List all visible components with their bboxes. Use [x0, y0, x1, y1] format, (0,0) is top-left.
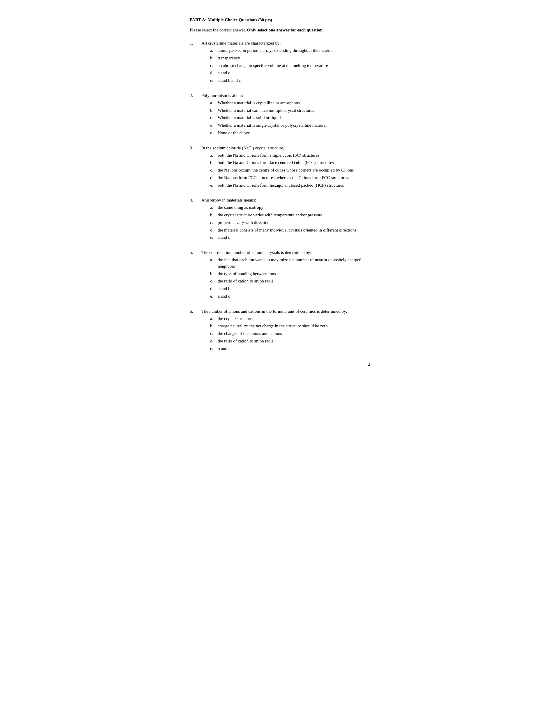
instructions-text: Please select the correct answer. — [190, 28, 247, 32]
question-item-6: 6.The number of anions and cations in th… — [190, 309, 370, 353]
answer-letter-1-5: e. — [210, 77, 216, 84]
answer-text-6-5: b and c — [218, 346, 370, 352]
question-content-2: Polymorphism is about:a.Whether a materi… — [202, 93, 370, 137]
answer-letter-2-1: a. — [210, 100, 216, 106]
part-header: PART A: Multiple Choice Questions (30 pt… — [190, 17, 370, 22]
question-number-1: 1. — [190, 41, 202, 85]
question-number-4: 4. — [190, 198, 202, 242]
answer-text-1-4: a and c — [218, 70, 370, 76]
answer-text-5-5: a and c — [218, 293, 370, 300]
answer-item-4-1: a.the same thing as isotropy — [210, 204, 370, 211]
question-item-5: 5.The coordination number of ceramic cry… — [190, 250, 370, 301]
answer-text-1-1: atoms packed in periodic arrays extendin… — [218, 47, 370, 54]
instructions: Please select the correct answer. Only s… — [190, 28, 370, 33]
answer-text-4-4: the material consists of many individual… — [218, 227, 370, 234]
answer-text-3-4: the Na ions form FCC structures, whereas… — [218, 175, 370, 181]
question-content-5: The coordination number of ceramic cryst… — [202, 250, 370, 301]
answer-letter-6-2: b. — [210, 323, 216, 329]
answer-text-2-5: None of the above — [218, 130, 370, 136]
answer-item-4-3: c.properties vary with direction — [210, 220, 370, 226]
answer-letter-6-3: c. — [210, 331, 216, 337]
answer-item-2-1: a.Whether a material is crystalline or a… — [210, 100, 370, 106]
answer-text-5-1: the fact that each ion wants to maximize… — [218, 257, 370, 270]
answer-text-6-1: the crystal structure — [218, 316, 370, 322]
answer-item-3-5: e.both the Na and Cl ions form hexagonal… — [210, 182, 370, 189]
answer-letter-2-2: b. — [210, 107, 216, 114]
question-item-3: 3.In the sodium chloride (NaCl) crystal … — [190, 146, 370, 190]
answer-item-4-4: d.the material consists of many individu… — [210, 227, 370, 234]
answer-item-1-4: d.a and c — [210, 70, 370, 76]
answer-letter-1-2: b. — [210, 55, 216, 61]
answer-letter-2-4: d. — [210, 122, 216, 129]
answer-text-2-3: Whether a material is solid or liquid — [218, 115, 370, 121]
answer-item-6-4: d.the ratio of cation to anion radii — [210, 338, 370, 344]
page-number: 2 — [368, 362, 370, 367]
answer-text-1-5: a and b and c — [218, 77, 370, 84]
answer-text-4-5: a and c — [218, 234, 370, 241]
answer-item-6-3: c.the charges of the anions and cations — [210, 331, 370, 337]
answer-text-5-3: the ratio of cation to anion radii — [218, 278, 370, 285]
question-text-5: The coordination number of ceramic cryst… — [202, 250, 370, 255]
answers-list-3: a.both the Na and Cl ions form simple cu… — [210, 152, 370, 189]
answer-item-3-2: b.both the Na and Cl ions form face cent… — [210, 160, 370, 166]
answer-item-5-3: c.the ratio of cation to anion radii — [210, 278, 370, 285]
instructions-bold: Only select one answer for each question… — [247, 28, 324, 32]
answer-letter-4-3: c. — [210, 220, 216, 226]
question-number-5: 5. — [190, 250, 202, 301]
answer-letter-3-4: d. — [210, 175, 216, 181]
answer-text-1-2: transparency — [218, 55, 370, 61]
answer-letter-3-1: a. — [210, 152, 216, 159]
answer-item-3-3: c.the Na ions occupy the centre of cubes… — [210, 167, 370, 174]
question-content-4: Anisotropy in materials means:a.the same… — [202, 198, 370, 242]
question-item-2: 2.Polymorphism is about:a.Whether a mate… — [190, 93, 370, 137]
question-text-1: All crystalline materials are characteri… — [202, 41, 370, 46]
answer-text-2-2: Whether a material can have multiple cry… — [218, 107, 370, 114]
question-number-6: 6. — [190, 309, 202, 353]
answer-text-4-3: properties vary with direction — [218, 220, 370, 226]
answers-list-1: a.atoms packed in periodic arrays extend… — [210, 47, 370, 84]
answer-text-6-2: charge neutrality: the net charge in the… — [218, 323, 370, 329]
answer-item-3-1: a.both the Na and Cl ions form simple cu… — [210, 152, 370, 159]
answer-letter-1-1: a. — [210, 47, 216, 54]
answer-item-5-4: d.a and b — [210, 286, 370, 292]
answer-item-4-2: b.the crystal structure varies with temp… — [210, 212, 370, 218]
answer-item-1-3: c.an abrupt change in specific volume at… — [210, 63, 370, 69]
question-number-2: 2. — [190, 93, 202, 137]
answer-letter-3-3: c. — [210, 167, 216, 174]
answer-text-2-4: Whether a material is single crystal or … — [218, 122, 370, 129]
answer-letter-1-3: c. — [210, 63, 216, 69]
answer-text-5-4: a and b — [218, 286, 370, 292]
page: PART A: Multiple Choice Questions (30 pt… — [167, 0, 393, 379]
answer-letter-4-1: a. — [210, 204, 216, 211]
question-content-3: In the sodium chloride (NaCl) crystal st… — [202, 146, 370, 190]
answer-letter-4-4: d. — [210, 227, 216, 234]
answer-text-5-2: the type of bonding between ions — [218, 271, 370, 277]
answers-list-5: a.the fact that each ion wants to maximi… — [210, 257, 370, 300]
answer-letter-2-3: c. — [210, 115, 216, 121]
answer-letter-6-5: e. — [210, 346, 216, 352]
answer-item-6-2: b.charge neutrality: the net charge in t… — [210, 323, 370, 329]
answer-letter-5-5: e. — [210, 293, 216, 300]
questions-list: 1.All crystalline materials are characte… — [190, 41, 370, 353]
answers-list-4: a.the same thing as isotropyb.the crysta… — [210, 204, 370, 241]
answer-text-3-2: both the Na and Cl ions form face center… — [218, 160, 370, 166]
answer-letter-4-5: e. — [210, 234, 216, 241]
answer-item-5-1: a.the fact that each ion wants to maximi… — [210, 257, 370, 270]
answer-item-6-1: a.the crystal structure — [210, 316, 370, 322]
question-text-2: Polymorphism is about: — [202, 93, 370, 98]
answer-item-2-2: b.Whether a material can have multiple c… — [210, 107, 370, 114]
answer-letter-3-2: b. — [210, 160, 216, 166]
answer-item-2-4: d.Whether a material is single crystal o… — [210, 122, 370, 129]
question-item-4: 4.Anisotropy in materials means:a.the sa… — [190, 198, 370, 242]
answer-letter-2-5: e. — [210, 130, 216, 136]
answer-item-5-2: b.the type of bonding between ions — [210, 271, 370, 277]
answer-item-3-4: d.the Na ions form FCC structures, where… — [210, 175, 370, 181]
answer-text-2-1: Whether a material is crystalline or amo… — [218, 100, 370, 106]
answer-letter-3-5: e. — [210, 182, 216, 189]
question-number-3: 3. — [190, 146, 202, 190]
question-item-1: 1.All crystalline materials are characte… — [190, 41, 370, 85]
answer-text-1-3: an abrupt change in specific volume at t… — [218, 63, 370, 69]
answer-text-6-4: the ratio of cation to anion radii — [218, 338, 370, 344]
answer-item-2-5: e.None of the above — [210, 130, 370, 136]
answer-item-5-5: e.a and c — [210, 293, 370, 300]
